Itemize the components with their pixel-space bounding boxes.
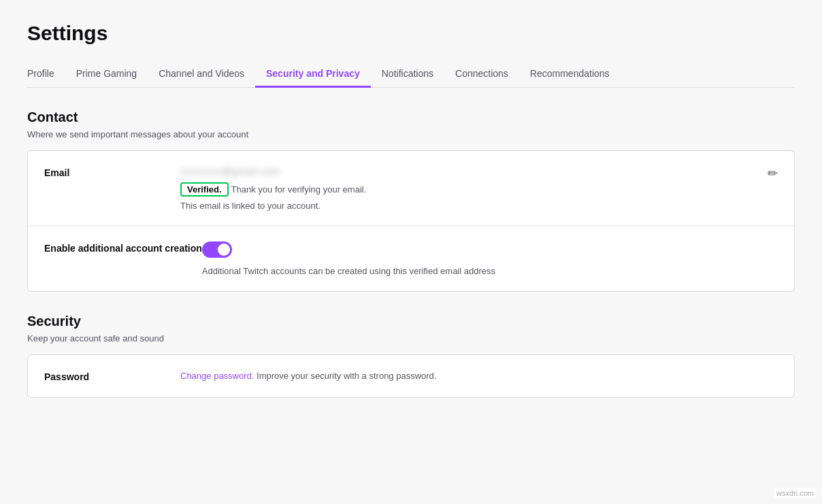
verified-line: Verified.Thank you for verifying your em… [180,182,757,197]
email-content: xxxxxxxx@gmail.com Verified.Thank you fo… [180,166,757,211]
email-actions: ✏ [768,166,778,180]
security-subtitle: Keep your account safe and sound [27,333,795,343]
contact-card: Email xxxxxxxx@gmail.com Verified.Thank … [27,150,795,292]
change-password-link[interactable]: Change password. [180,371,254,381]
email-label: Email [44,166,180,178]
toggle-description: Additional Twitch accounts can be create… [202,263,778,276]
tab-prime-gaming[interactable]: Prime Gaming [65,61,148,88]
password-content: Change password. Improve your security w… [180,370,778,381]
password-row: Password Change password. Improve your s… [28,355,794,397]
watermark: wsxdn.com [774,488,817,499]
verified-message: Thank you for verifying your email. [231,184,367,195]
nav-tabs: Profile Prime Gaming Channel and Videos … [27,61,795,88]
password-description: Improve your security with a strong pass… [254,371,436,381]
settings-page: Settings Profile Prime Gaming Channel an… [0,0,822,504]
email-blurred-text: xxxxxxxx@gmail.com [180,166,280,177]
page-title: Settings [27,22,795,45]
contact-title: Contact [27,110,795,125]
tab-connections[interactable]: Connections [444,61,519,88]
tab-profile[interactable]: Profile [27,61,65,88]
security-section: Security Keep your account safe and soun… [27,314,795,398]
tab-recommendations[interactable]: Recommendations [519,61,621,88]
tab-channel-and-videos[interactable]: Channel and Videos [148,61,255,88]
email-value: xxxxxxxx@gmail.com [180,166,757,177]
security-card: Password Change password. Improve your s… [27,354,795,398]
edit-icon[interactable]: ✏ [768,167,778,180]
enable-label: Enable additional account creation [44,241,202,254]
verified-badge: Verified. [180,182,229,197]
contact-section: Contact Where we send important messages… [27,110,795,292]
tab-security-and-privacy[interactable]: Security and Privacy [255,61,371,88]
additional-account-row: Enable additional account creation Addit… [28,226,794,291]
toggle-row [202,241,778,258]
additional-account-toggle[interactable] [202,241,232,258]
email-row: Email xxxxxxxx@gmail.com Verified.Thank … [28,151,794,226]
tab-notifications[interactable]: Notifications [371,61,444,88]
security-title: Security [27,314,795,329]
verified-subtext: This email is linked to your account. [180,201,757,211]
password-label: Password [44,370,180,382]
contact-subtitle: Where we send important messages about y… [27,129,795,139]
toggle-slider [202,241,232,258]
enable-content: Additional Twitch accounts can be create… [202,241,778,276]
